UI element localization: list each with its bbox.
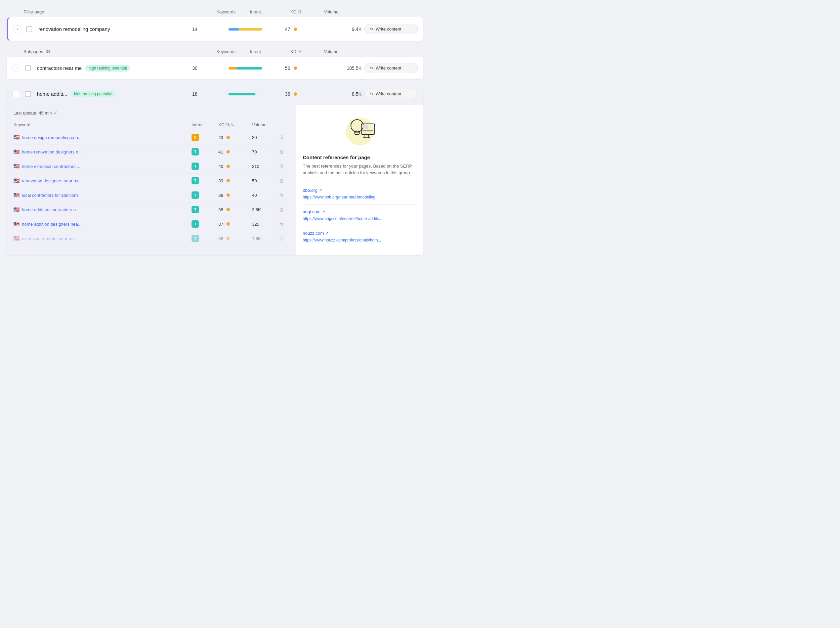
keywords-table: Last update: 45 min ✓ Keyword Intent KD … <box>7 105 296 255</box>
subpage-1-volume: 8.5K <box>321 91 362 97</box>
check-icon: ✓ <box>54 110 57 115</box>
keyword-link-4[interactable]: 🇺🇸 local contractors for additions <box>13 192 191 198</box>
svg-rect-4 <box>363 125 368 129</box>
subpage-0-keywords: 30 <box>192 66 226 71</box>
subpage-1-badge: high ranking potential <box>71 91 115 98</box>
expanded-keywords-panel: Last update: 45 min ✓ Keyword Intent KD … <box>7 105 423 255</box>
kd-cell-4: 39 <box>218 193 252 198</box>
subpage-row-1: › home additi... high ranking potential … <box>7 83 423 105</box>
ref-item-2: houzz.com ↗ https://www.houzz.com/profes… <box>303 226 417 247</box>
write-icon-1: ↪ <box>370 91 374 96</box>
delete-btn-3[interactable]: 🗑 <box>279 178 289 183</box>
kd-dot-row-7 <box>226 237 230 240</box>
delete-btn-4[interactable]: 🗑 <box>279 192 289 198</box>
subpage-0-intent-bar <box>229 67 282 69</box>
delete-btn-7[interactable]: 🗑 <box>279 236 289 241</box>
subpage-0-write-btn[interactable]: ↪ Write content <box>364 63 418 73</box>
refs-title: Content references for page <box>303 154 417 160</box>
keyword-link-2[interactable]: 🇺🇸 home extension contractors ... <box>13 163 191 169</box>
table-header: Keyword Intent KD % ⇅ Volume <box>13 120 289 130</box>
keyword-link-3[interactable]: 🇺🇸 renovation designers near me <box>13 178 191 184</box>
subpage-1-expand-btn[interactable]: › <box>12 90 20 98</box>
pillar-kd: 47 <box>285 27 319 32</box>
subpage-1-title: home additi... <box>37 91 67 97</box>
pillar-row: › renovation remodeling company 14 47 9.… <box>7 17 423 41</box>
pillar-keywords: 14 <box>192 27 226 32</box>
keyword-link-0[interactable]: 🇺🇸 home design remodeling con... <box>13 134 191 140</box>
ref-url-0[interactable]: https://www.bbb.org/near-me/remodeling <box>303 195 375 200</box>
flag-6: 🇺🇸 <box>13 221 20 227</box>
keyword-link-6[interactable]: 🇺🇸 home addition designers nea... <box>13 221 191 227</box>
kd-dot-row-3 <box>226 179 230 183</box>
kd-dot-orange <box>294 28 297 31</box>
last-update: Last update: 45 min ✓ <box>13 110 289 115</box>
intent-badge-4: T <box>191 191 218 199</box>
kd-cell-6: 37 <box>218 222 252 227</box>
kd-dot-row-1 <box>226 150 230 153</box>
col-intent: Intent <box>250 9 290 14</box>
pillar-volume: 9.4K <box>321 27 362 32</box>
kd-dot-row-2 <box>226 165 230 168</box>
kd-dot-1 <box>294 92 297 96</box>
intent-badge-3: T <box>191 177 218 184</box>
illustration <box>303 113 417 148</box>
table-row: 🇺🇸 home addition designers nea... T 37 3… <box>13 217 289 231</box>
ref-domain-2[interactable]: houzz.com ↗ <box>303 231 417 236</box>
right-panel: Content references for page The best ref… <box>296 105 423 255</box>
kd-cell-5: 38 <box>218 207 252 212</box>
subpage-0-badge: high ranking potential <box>85 65 130 72</box>
delete-btn-2[interactable]: 🗑 <box>279 164 289 169</box>
subpage-0-expand-btn[interactable]: › <box>12 64 20 72</box>
sub-col-intent: Intent <box>250 49 290 54</box>
sub-col-volume: Volume <box>324 49 364 54</box>
ref-url-1[interactable]: https://www.angi.com/nearme/home-additi.… <box>303 216 381 221</box>
pillar-expand-btn[interactable]: › <box>13 25 22 33</box>
subpage-0-kd: 56 <box>285 66 319 71</box>
table-row: 🇺🇸 local contractors for additions T 39 … <box>13 188 289 203</box>
table-row: 🇺🇸 extension remodel near me T 36 1.6K 🗑 <box>13 231 289 246</box>
intent-badge-0: C <box>191 134 218 141</box>
external-link-icon-2: ↗ <box>325 231 328 235</box>
intent-badge-7: T <box>191 235 218 242</box>
flag-2: 🇺🇸 <box>13 163 20 169</box>
table-row: 🇺🇸 home addition contractors n... T 38 3… <box>13 203 289 217</box>
flag-4: 🇺🇸 <box>13 192 20 198</box>
subpage-1-checkbox[interactable] <box>25 91 31 97</box>
delete-btn-5[interactable]: 🗑 <box>279 207 289 212</box>
keyword-link-5[interactable]: 🇺🇸 home addition contractors n... <box>13 206 191 212</box>
refs-desc: The best references for your pages. Base… <box>303 163 417 176</box>
kd-cell-7: 36 <box>218 236 252 241</box>
kd-dot-row-0 <box>226 136 230 139</box>
intent-badge-6: T <box>191 220 218 228</box>
kd-col-header[interactable]: KD % ⇅ <box>218 122 252 127</box>
subpages-label: Subpages: 34 <box>24 49 216 54</box>
pillar-intent-bar <box>229 28 282 31</box>
subpage-0-checkbox[interactable] <box>25 65 31 71</box>
subpage-1-write-btn[interactable]: ↪ Write content <box>364 89 418 99</box>
write-icon-0: ↪ <box>370 66 374 71</box>
keyword-link-1[interactable]: 🇺🇸 home renovation designers n... <box>13 149 191 155</box>
ref-domain-1[interactable]: angi.com ↗ <box>303 209 417 214</box>
delete-btn-0[interactable]: 🗑 <box>279 135 289 140</box>
write-icon: ↪ <box>370 27 374 31</box>
pillar-write-btn[interactable]: ↪ Write content <box>364 24 418 34</box>
kd-cell-2: 40 <box>218 164 252 169</box>
pillar-header: Pillar page Keywords Intent KD % Volume <box>7 7 423 17</box>
pillar-checkbox[interactable] <box>26 26 32 32</box>
ref-url-2[interactable]: https://www.houzz.com/professionals/hom.… <box>303 238 381 242</box>
table-row: 🇺🇸 home renovation designers n... T 41 7… <box>13 145 289 159</box>
col-pillar-page: Pillar page <box>24 9 216 14</box>
ref-domain-0[interactable]: bbb.org ↗ <box>303 188 417 193</box>
flag-5: 🇺🇸 <box>13 206 20 212</box>
kd-dot-row-6 <box>226 222 230 226</box>
ref-item-1: angi.com ↗ https://www.angi.com/nearme/h… <box>303 204 417 226</box>
intent-badge-1: T <box>191 148 218 156</box>
delete-btn-1[interactable]: 🗑 <box>279 149 289 154</box>
delete-btn-6[interactable]: 🗑 <box>279 221 289 227</box>
kd-dot-0 <box>294 66 297 70</box>
table-row: 🇺🇸 home extension contractors ... T 40 2… <box>13 159 289 174</box>
keyword-link-7[interactable]: 🇺🇸 extension remodel near me <box>13 235 191 241</box>
kd-cell-3: 39 <box>218 178 252 183</box>
subpages-header: Subpages: 34 Keywords Intent KD % Volume <box>7 45 423 57</box>
subpage-0-volume: 185.5K <box>321 66 362 71</box>
